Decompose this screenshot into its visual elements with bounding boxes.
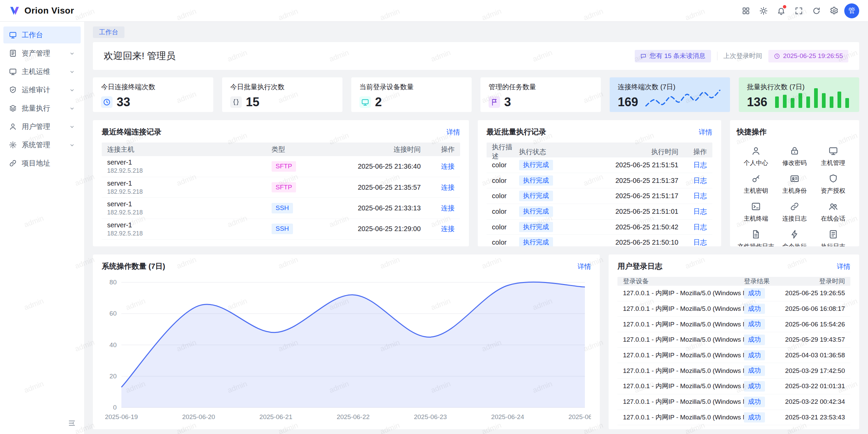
log-link[interactable]: 日志	[693, 223, 707, 231]
login-time: 2025-03-22 01:01:31	[781, 382, 845, 390]
stat-card: 今日批量执行次数 15	[222, 77, 342, 112]
log-link[interactable]: 日志	[693, 208, 707, 215]
connect-time: 2025-06-25 21:35:57	[319, 184, 421, 191]
sidebar-item[interactable]: 系统管理	[3, 136, 81, 153]
header-icon-button[interactable]	[774, 3, 789, 18]
sidebar-item-label: 批量执行	[22, 103, 50, 113]
stat-value: 33	[117, 95, 130, 109]
stat-value: 3	[504, 95, 511, 109]
header-icon-button[interactable]	[738, 3, 753, 18]
quick-action-label: 执行日志	[821, 242, 845, 246]
host-ip: 182.92.5.218	[107, 230, 272, 238]
shield-icon	[828, 174, 838, 184]
exec-time: 2025-06-25 21:50:10	[577, 239, 678, 246]
panel-title: 系统操作数量 (7日)	[102, 261, 165, 271]
exec-description: color	[492, 161, 519, 169]
connect-link[interactable]: 连接	[441, 204, 455, 212]
sidebar-item[interactable]: 运维审计	[3, 81, 81, 98]
exec-status-tag: 执行完成	[519, 237, 553, 246]
log-link[interactable]: 日志	[693, 161, 707, 169]
quick-action[interactable]: 个人中心	[737, 146, 775, 167]
quick-action[interactable]: 主机密钥	[737, 174, 775, 195]
svg-text:2025-06-19: 2025-06-19	[105, 413, 138, 420]
exec-status-tag: 执行完成	[519, 160, 553, 170]
svg-text:0: 0	[113, 404, 117, 411]
login-time: 2025-05-29 19:43:57	[781, 336, 845, 343]
sidebar-item-label: 运维审计	[22, 85, 50, 95]
user-icon	[751, 146, 761, 156]
detail-link[interactable]: 详情	[577, 262, 591, 271]
header-icon-button[interactable]	[809, 3, 824, 18]
breadcrumb-item[interactable]: 工作台	[93, 26, 124, 38]
connect-link[interactable]: 连接	[441, 163, 455, 170]
last-login-label: 上次登录时间	[724, 52, 762, 60]
quick-action[interactable]: 主机身份	[775, 174, 814, 195]
table-row: color 执行完成 2025-06-25 21:51:37 日志	[487, 173, 712, 189]
chevron-down-icon	[69, 142, 75, 148]
terminal-sparkline-chart	[644, 88, 722, 108]
quick-action-label: 主机管理	[821, 159, 845, 167]
stat-card: 当前登录设备数量 2	[351, 77, 472, 112]
sidebar-item-label: 系统管理	[22, 140, 50, 150]
exec-status-tag: 执行完成	[519, 222, 553, 232]
connect-link[interactable]: 连接	[441, 184, 455, 191]
quick-action[interactable]: 修改密码	[775, 146, 814, 167]
header-icon-button[interactable]	[756, 3, 771, 18]
table-row: 127.0.0.1 - 内网IP - Mozilla/5.0 (Windows …	[617, 363, 850, 379]
quick-action[interactable]: 在线会话	[814, 202, 852, 223]
user-avatar[interactable]: 管	[844, 3, 859, 18]
sidebar: 工作台 资产管理 主机运维 运维审计	[0, 22, 84, 434]
login-time: 2025-06-06 16:08:17	[781, 305, 845, 313]
connect-link[interactable]: 连接	[441, 225, 455, 232]
quick-action[interactable]: 文件操作日志	[737, 229, 775, 246]
panel-title: 快捷操作	[737, 127, 767, 137]
quick-action[interactable]: 资产授权	[814, 174, 852, 195]
host-ip: 182.92.5.218	[107, 209, 272, 216]
detail-link[interactable]: 详情	[447, 128, 460, 137]
chevron-down-icon	[69, 87, 75, 93]
quick-action-label: 个人中心	[744, 159, 768, 167]
stat-value: 2	[375, 95, 382, 109]
login-result-tag: 成功	[744, 304, 765, 314]
exec-description: color	[492, 223, 519, 231]
notification-dot	[783, 5, 786, 8]
detail-link[interactable]: 详情	[699, 128, 712, 137]
panel-title: 最近终端连接记录	[102, 127, 161, 137]
stat-label: 当前登录设备数量	[359, 82, 463, 92]
sidebar-item[interactable]: 主机运维	[3, 63, 81, 80]
device-icon	[359, 96, 371, 108]
quick-action[interactable]: 主机终端	[737, 202, 775, 223]
exec-status-tag: 执行完成	[519, 175, 553, 186]
log-link[interactable]: 日志	[693, 239, 707, 246]
sidebar-item[interactable]: 批量执行	[3, 100, 81, 117]
quick-action[interactable]: 命令执行	[775, 229, 814, 246]
quick-action[interactable]: 连接日志	[775, 202, 814, 223]
login-device: 127.0.0.1 - 内网IP - Mozilla/5.0 (Windows …	[623, 351, 744, 360]
login-device: 127.0.0.1 - 内网IP - Mozilla/5.0 (Windows …	[623, 335, 744, 344]
panel-title: 最近批量执行记录	[487, 127, 546, 137]
host-name: server-1	[107, 158, 272, 167]
system-operations-panel: 系统操作数量 (7日) 详情 0204060802025-06-192025-0…	[93, 254, 600, 429]
exec-time: 2025-06-25 21:51:01	[577, 208, 678, 215]
fullscreen-icon	[794, 6, 803, 15]
chevron-down-icon	[69, 69, 75, 75]
clock-icon	[101, 96, 113, 108]
table-header: 执行描述 执行状态 执行时间 操作	[487, 143, 712, 157]
unread-messages-pill[interactable]: 您有 15 条未读消息	[635, 50, 711, 62]
svg-text:2025-06-22: 2025-06-22	[337, 413, 370, 420]
sidebar-item[interactable]: 用户管理	[3, 118, 81, 135]
header-icon-button[interactable]	[791, 3, 806, 18]
sidebar-item[interactable]: 项目地址	[3, 155, 81, 172]
log-link[interactable]: 日志	[693, 177, 707, 184]
sidebar-item[interactable]: 工作台	[3, 26, 81, 43]
detail-link[interactable]: 详情	[837, 262, 850, 271]
monitor-icon	[828, 146, 838, 156]
sidebar-item[interactable]: 资产管理	[3, 45, 81, 62]
quick-action[interactable]: 执行日志	[814, 229, 852, 246]
sidebar-collapse-button[interactable]	[68, 417, 80, 429]
header-icon-button[interactable]	[827, 3, 842, 18]
quick-action[interactable]: 主机管理	[814, 146, 852, 167]
session-icon	[828, 202, 838, 211]
log-link[interactable]: 日志	[693, 192, 707, 200]
table-body: color 执行完成 2025-06-25 21:51:51 日志 color …	[487, 157, 712, 246]
